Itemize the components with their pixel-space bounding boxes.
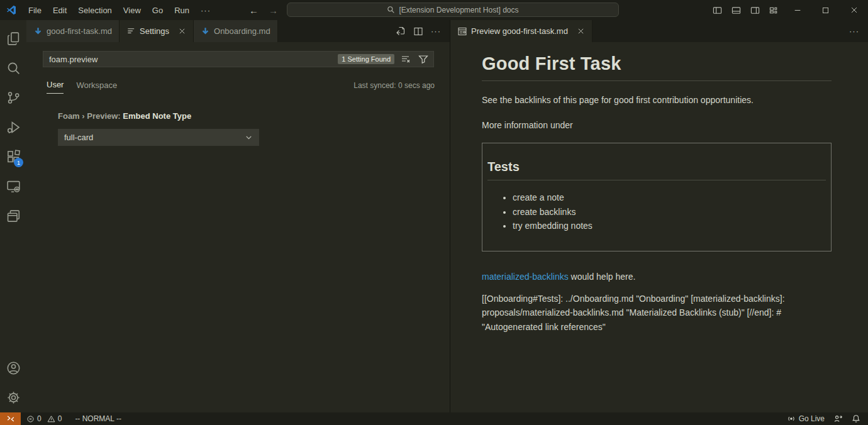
markdown-preview-pane: Good First Task See the backlinks of thi… (450, 42, 868, 412)
status-bar-right: Go Live (787, 414, 868, 424)
run-debug-icon[interactable] (0, 113, 26, 142)
tab-preview-good-first-task[interactable]: Preview good-first-task.md (450, 20, 593, 42)
settings-search-value: foam.preview (49, 55, 333, 64)
menu-run[interactable]: Run (169, 3, 195, 17)
customize-layout-icon[interactable] (764, 0, 783, 20)
embed-note-type-select[interactable]: full-card (58, 129, 259, 146)
errors-count: 0 (37, 414, 42, 423)
setting-item-embed-note-type: Foam › Preview: Embed Note Type full-car… (58, 111, 259, 146)
markdown-icon (201, 26, 210, 36)
list-item: try embedding notes (513, 219, 826, 233)
backlink-line: materialized-backlinks would help here. (482, 272, 832, 282)
settings-gear-icon[interactable] (0, 383, 26, 412)
scope-tab-workspace[interactable]: Workspace (76, 80, 117, 94)
menu-overflow-button[interactable]: ··· (195, 6, 216, 15)
forward-arrow-icon[interactable]: → (269, 5, 278, 16)
markdown-icon (33, 26, 43, 36)
close-tab-icon[interactable] (577, 27, 585, 35)
explorer-icon[interactable] (0, 24, 26, 53)
link-references-paragraph: [[Onboarding#Tests]: ../Onboarding.md "O… (482, 292, 832, 334)
errors-icon (26, 415, 35, 423)
scope-tab-user[interactable]: User (47, 80, 64, 94)
maximize-button[interactable] (811, 0, 840, 20)
search-view-icon[interactable] (0, 53, 26, 83)
live-share-icon[interactable] (833, 414, 843, 424)
minimize-button[interactable] (783, 0, 811, 20)
tab-good-first-task[interactable]: good-first-task.md (26, 20, 120, 42)
clear-search-icon[interactable] (399, 53, 412, 65)
close-tab-icon[interactable] (178, 27, 186, 35)
remote-icon (6, 414, 15, 423)
editor-actions-group1: ··· (387, 20, 450, 42)
extensions-icon[interactable]: 1 (0, 142, 26, 172)
more-actions-icon[interactable]: ··· (431, 26, 441, 36)
command-center-title: [Extension Development Host] docs (399, 6, 518, 14)
search-icon (387, 6, 395, 14)
toggle-secondary-sidebar-icon[interactable] (745, 0, 764, 20)
menu-edit[interactable]: Edit (47, 3, 72, 17)
settings-editor-icon (126, 26, 136, 36)
setting-name: Embed Note Type (123, 111, 191, 121)
source-control-icon[interactable] (0, 83, 26, 113)
editor-actions-group2: ··· (840, 20, 868, 42)
menu-view[interactable]: View (118, 3, 147, 17)
materialized-backlinks-link[interactable]: materialized-backlinks (482, 272, 569, 282)
markdown-preview-icon (457, 26, 467, 36)
tab-onboarding[interactable]: Onboarding.md (194, 20, 278, 42)
notifications-bell-icon[interactable] (852, 414, 860, 423)
more-actions-icon[interactable]: ··· (849, 26, 859, 36)
tab-settings[interactable]: Settings (120, 20, 194, 42)
open-settings-json-icon[interactable] (396, 26, 406, 36)
status-bar: 0 0 -- NORMAL -- Go Live (0, 412, 868, 425)
menu-selection[interactable]: Selection (72, 3, 117, 17)
tab-label: Preview good-first-task.md (471, 26, 568, 36)
remote-explorer-icon[interactable] (0, 172, 26, 201)
vscode-logo-icon (0, 5, 23, 15)
menu-go[interactable]: Go (147, 3, 169, 17)
settings-search-input[interactable]: foam.preview 1 Setting Found (43, 51, 434, 67)
backlink-line-rest: would help here. (569, 272, 636, 282)
menu-file[interactable]: File (23, 3, 47, 17)
embedded-note-card: Tests create a note create backlinks try… (482, 143, 832, 251)
filter-icon[interactable] (417, 53, 430, 65)
problems-status[interactable]: 0 0 (26, 414, 65, 423)
tab-label: Onboarding.md (214, 26, 270, 36)
chevron-down-icon (244, 133, 253, 142)
title-bar: File Edit Selection View Go Run ··· ← → … (0, 0, 868, 20)
embedded-note-title: Tests (487, 160, 826, 180)
extensions-badge: 1 (14, 158, 23, 167)
activity-bar: 1 (0, 20, 26, 412)
embedded-note-list: create a note create backlinks try embed… (487, 190, 826, 233)
settings-results-badge: 1 Setting Found (338, 54, 394, 64)
toggle-panel-icon[interactable] (726, 0, 745, 20)
settings-editor: foam.preview 1 Setting Found User Worksp… (26, 42, 450, 412)
accounts-icon[interactable] (0, 353, 26, 383)
preview-title: Good First Task (482, 53, 832, 81)
tab-strip-group2: Preview good-first-task.md ··· (450, 20, 868, 42)
close-window-button[interactable] (840, 0, 868, 20)
preview-more-info: More information under (482, 120, 832, 130)
last-synced-label: Last synced: 0 secs ago (353, 81, 435, 94)
warnings-count: 0 (58, 414, 62, 423)
windows-stack-icon[interactable] (0, 201, 26, 231)
command-center-search[interactable]: [Extension Development Host] docs (287, 3, 619, 17)
list-item: create a note (513, 190, 826, 205)
go-live-button[interactable]: Go Live (787, 414, 825, 423)
setting-category: Foam › Preview: (58, 111, 123, 121)
go-live-label: Go Live (799, 414, 825, 423)
warnings-icon (47, 415, 55, 423)
list-item: create backlinks (513, 205, 826, 219)
workbench: 1 good-first-task.md Settings (0, 20, 868, 412)
split-editor-icon[interactable] (413, 26, 423, 36)
editor-group-settings: good-first-task.md Settings Onboarding.m… (26, 20, 450, 412)
toggle-primary-sidebar-icon[interactable] (708, 0, 726, 20)
remote-indicator-button[interactable] (0, 412, 21, 425)
editor-group-preview: Preview good-first-task.md ··· Good Firs… (450, 20, 868, 412)
back-arrow-icon[interactable]: ← (249, 5, 259, 16)
broadcast-icon (787, 414, 796, 423)
selected-option: full-card (64, 133, 93, 142)
settings-scope-tabs: User Workspace Last synced: 0 secs ago (47, 76, 435, 94)
tab-label: Settings (140, 26, 169, 36)
vim-mode-indicator[interactable]: -- NORMAL -- (75, 414, 121, 423)
preview-intro: See the backlinks of this page for good … (482, 95, 832, 105)
